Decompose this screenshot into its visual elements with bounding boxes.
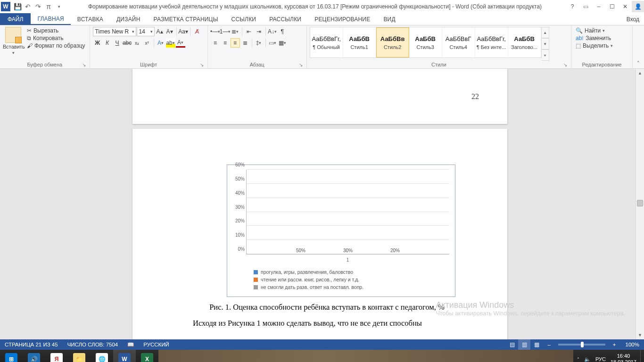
cut-button[interactable]: ✂Вырезать: [25, 27, 87, 34]
style-Заголово...[interactable]: АаБбВЗаголово...: [508, 27, 541, 58]
status-word-count[interactable]: ЧИСЛО СЛОВ: 7504: [63, 339, 123, 350]
view-web-layout-icon[interactable]: ▦: [530, 339, 543, 350]
maximize-button[interactable]: ☐: [605, 1, 619, 12]
view-print-layout-icon[interactable]: ▥: [518, 339, 530, 350]
status-language[interactable]: РУССКИЙ: [139, 339, 174, 350]
task-yandex-icon[interactable]: Я: [45, 350, 68, 362]
paste-button[interactable]: Вставить: [3, 27, 24, 61]
superscript-button[interactable]: x²: [142, 38, 152, 48]
tray-language[interactable]: РУС: [595, 356, 606, 362]
select-button[interactable]: ⬚Выделить: [574, 42, 629, 49]
bold-button[interactable]: Ж: [93, 38, 102, 48]
qat-equation-icon[interactable]: π: [43, 1, 54, 12]
clear-formatting-button[interactable]: A̸: [192, 27, 202, 36]
styles-launcher-icon[interactable]: ↘: [563, 62, 567, 67]
align-center-button[interactable]: ≡: [221, 38, 230, 48]
change-case-button[interactable]: Aa▾: [179, 27, 188, 36]
task-sound-icon[interactable]: 🔊: [23, 350, 45, 362]
qat-save-icon[interactable]: 💾: [12, 1, 23, 12]
show-desktop-button[interactable]: [640, 350, 644, 362]
justify-button[interactable]: ≣: [240, 38, 250, 48]
gallery-down-icon[interactable]: ▼: [542, 38, 549, 49]
style-Стиль1[interactable]: АаБбВСтиль1: [343, 27, 376, 58]
tab-layout[interactable]: РАЗМЕТКА СТРАНИЦЫ: [147, 13, 225, 25]
help-button[interactable]: ?: [566, 1, 579, 12]
scroll-thumb[interactable]: [637, 200, 643, 206]
task-chrome-icon[interactable]: 🌐: [91, 350, 113, 362]
close-button[interactable]: ✕: [619, 1, 632, 12]
document-area[interactable]: 22 0%10%20%30%40%50%60%50%30%20% 1 прогу…: [0, 69, 644, 339]
styles-gallery-scroller[interactable]: ▲ ▼ ▾: [542, 27, 549, 61]
tray-overflow-icon[interactable]: ˄: [577, 357, 579, 362]
copy-button[interactable]: ⧉Копировать: [25, 34, 87, 42]
line-spacing-button[interactable]: ‡: [254, 38, 264, 48]
task-word-icon[interactable]: W: [113, 350, 136, 362]
task-explorer-icon[interactable]: 📁: [68, 350, 91, 362]
format-painter-button[interactable]: 🖌Формат по образцу: [25, 42, 87, 49]
styles-gallery[interactable]: АаБбВвГг,¶ ОбычныйАаБбВСтиль1АаБбВвСтиль…: [310, 27, 542, 58]
style-¶ Обычный[interactable]: АаБбВвГг,¶ Обычный: [310, 27, 343, 58]
ribbon-display-options[interactable]: ▭: [579, 1, 592, 12]
style-Стиль2[interactable]: АаБбВвСтиль2: [376, 27, 409, 58]
zoom-in-button[interactable]: +: [608, 339, 621, 350]
italic-button[interactable]: К: [103, 38, 112, 48]
tray-clock[interactable]: 16:40 18.03.2017: [611, 353, 636, 362]
gallery-more-icon[interactable]: ▾: [542, 49, 549, 61]
tab-file[interactable]: ФАЙЛ: [0, 13, 31, 25]
tray-volume-icon[interactable]: 🔈: [584, 356, 591, 362]
clipboard-launcher-icon[interactable]: ↘: [82, 62, 86, 67]
numbering-button[interactable]: 1―: [221, 27, 230, 36]
font-name-combo[interactable]: Times New R: [93, 27, 136, 36]
underline-button[interactable]: Ч: [113, 38, 122, 48]
scroll-down-icon[interactable]: ▼: [636, 331, 644, 339]
collapse-ribbon-icon[interactable]: ˄: [637, 60, 640, 66]
qat-undo-icon[interactable]: ↶: [23, 1, 33, 12]
account-icon[interactable]: 👤: [632, 1, 644, 12]
subscript-button[interactable]: x₂: [132, 38, 142, 48]
system-tray[interactable]: ˄ 🔈 РУС 16:40 18.03.2017: [573, 353, 640, 362]
gallery-up-icon[interactable]: ▲: [542, 27, 549, 38]
grow-font-button[interactable]: A▴: [155, 27, 165, 36]
text-effects-button[interactable]: A: [156, 38, 165, 48]
tab-references[interactable]: ССЫЛКИ: [225, 13, 263, 25]
font-size-combo[interactable]: 14: [137, 27, 155, 36]
task-excel-icon[interactable]: X: [136, 350, 158, 362]
qat-customize-dropdown[interactable]: [54, 1, 64, 12]
vertical-scrollbar[interactable]: ▲ ▼: [636, 69, 644, 339]
replace-button[interactable]: ab⁞Заменить: [574, 34, 629, 42]
status-page[interactable]: СТРАНИЦА 21 ИЗ 45: [0, 339, 63, 350]
status-proofing-icon[interactable]: 📖: [123, 339, 139, 350]
shrink-font-button[interactable]: A▾: [165, 27, 174, 36]
font-color-button[interactable]: A: [176, 38, 185, 48]
highlight-button[interactable]: ab: [166, 38, 175, 48]
multilevel-button[interactable]: ≣: [231, 27, 240, 36]
tab-design[interactable]: ДИЗАЙН: [110, 13, 147, 25]
find-button[interactable]: 🔍Найти: [574, 27, 629, 34]
minimize-button[interactable]: –: [592, 1, 605, 12]
align-left-button[interactable]: ≡: [211, 38, 220, 48]
strikethrough-button[interactable]: abc: [123, 38, 132, 48]
sign-in-link[interactable]: Вход: [622, 13, 644, 25]
zoom-slider[interactable]: [558, 344, 605, 346]
tab-mailings[interactable]: РАССЫЛКИ: [263, 13, 308, 25]
view-read-mode-icon[interactable]: ▤: [506, 339, 518, 350]
shading-button[interactable]: ▭: [268, 38, 277, 48]
sort-button[interactable]: A↓: [268, 27, 277, 36]
tab-insert[interactable]: ВСТАВКА: [71, 13, 110, 25]
qat-redo-icon[interactable]: ↷: [33, 1, 43, 12]
bullets-button[interactable]: •―: [211, 27, 220, 36]
embedded-chart[interactable]: 0%10%20%30%40%50%60%50%30%20% 1 прогулка…: [227, 165, 455, 297]
tab-view[interactable]: ВИД: [377, 13, 402, 25]
increase-indent-button[interactable]: ⇥: [254, 27, 264, 36]
paragraph-launcher-icon[interactable]: ↘: [299, 62, 303, 67]
tab-home[interactable]: ГЛАВНАЯ: [31, 13, 70, 25]
decrease-indent-button[interactable]: ⇤: [244, 27, 254, 36]
start-button[interactable]: ⊞: [0, 350, 23, 362]
style-¶ Без инте...[interactable]: АаБбВвГг,¶ Без инте...: [475, 27, 508, 58]
scroll-up-icon[interactable]: ▲: [636, 69, 644, 77]
style-Стиль3[interactable]: АаБбВСтиль3: [409, 27, 442, 58]
borders-button[interactable]: ▦: [278, 38, 287, 48]
align-right-button[interactable]: ≡: [231, 38, 240, 48]
tab-review[interactable]: РЕЦЕНЗИРОВАНИЕ: [308, 13, 377, 25]
zoom-level[interactable]: 100%: [621, 339, 644, 350]
